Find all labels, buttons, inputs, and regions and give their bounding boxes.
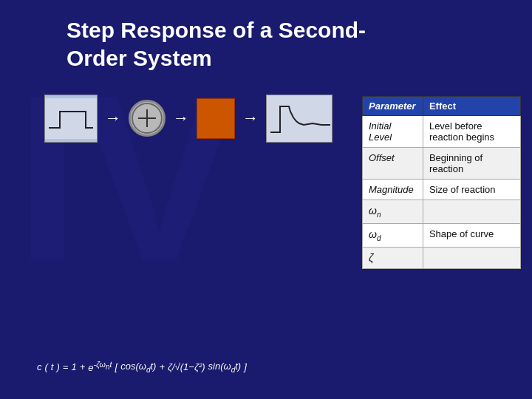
table-row: Magnitude Size of reaction: [363, 180, 521, 200]
summing-junction: [129, 100, 166, 137]
col-header-parameter: Parameter: [363, 97, 423, 116]
formula-row-1: c ( t ) = 1 + e-ζωnt [ cos(ωdt) + ζ/√(1−…: [37, 358, 355, 377]
plant-block: [197, 98, 235, 139]
param-offset: Offset: [363, 148, 423, 180]
effect-magnitude: Size of reaction: [423, 180, 520, 200]
param-omega-d: ωd: [363, 223, 423, 247]
col-header-effect: Effect: [423, 97, 520, 116]
param-magnitude: Magnitude: [363, 180, 423, 200]
block-diagram: → → →: [44, 85, 332, 151]
page-title: Step Response of a Second- Order System: [66, 16, 366, 72]
svg-rect-4: [267, 95, 332, 142]
output-signal-box: [266, 95, 332, 143]
param-initial-level: Initial Level: [363, 116, 423, 148]
parameter-table: Parameter Effect Initial Level Level bef…: [362, 96, 521, 269]
effect-omega-n: [423, 200, 520, 224]
effect-omega-d: Shape of curve: [423, 223, 520, 247]
effect-initial-level: Level before reaction begins: [423, 116, 520, 148]
title-line1: Step Response of a Second-: [66, 18, 366, 42]
svg-rect-0: [45, 98, 97, 139]
title-line2: Order System: [66, 46, 212, 70]
table-row: ωd Shape of curve: [363, 223, 521, 247]
input-signal-box: [44, 95, 98, 143]
arrow-3: →: [242, 109, 259, 128]
table-row: Offset Beginning of reaction: [363, 148, 521, 180]
param-zeta: ζ: [363, 247, 423, 268]
arrow-2: →: [173, 109, 189, 128]
table-row: ωn: [363, 200, 521, 224]
formula-section: c ( t ) = 1 + e-ζωnt [ cos(ωdt) + ζ/√(1−…: [37, 358, 355, 377]
param-omega-n: ωn: [363, 200, 423, 224]
effect-zeta: [423, 247, 520, 268]
effect-offset: Beginning of reaction: [423, 148, 520, 180]
table-row: ζ: [363, 247, 521, 268]
table-row: Initial Level Level before reaction begi…: [363, 116, 521, 148]
arrow-1: →: [105, 109, 121, 128]
